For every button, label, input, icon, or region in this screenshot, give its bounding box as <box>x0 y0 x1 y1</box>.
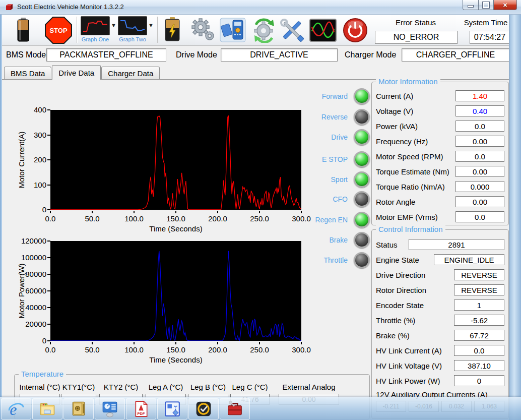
indicator-label: Drive <box>331 133 348 141</box>
taskbar-item-system-monitor[interactable] <box>95 398 125 419</box>
field-label: Motor Speed (RPM) <box>376 152 443 161</box>
cfo-led <box>354 191 370 207</box>
brake-led <box>354 232 370 248</box>
y-tick-mark <box>47 307 50 308</box>
motor-info-row-frequency-hz: Frequency (Hz)0.00 <box>376 134 504 149</box>
x-tick-label: 50.0 <box>76 214 108 223</box>
x-tick-mark <box>92 342 93 344</box>
voltage-v-value: 0.40 <box>455 105 504 116</box>
control-info-row-rotor-direction: Rotor DirectionREVERSE <box>376 282 504 297</box>
graph-two-dropdown-icon[interactable]: ▼ <box>148 22 154 28</box>
graph-one-label: Graph One <box>81 36 110 42</box>
x-tick-label: 300.0 <box>285 345 317 354</box>
power-button[interactable] <box>343 18 368 43</box>
close-button[interactable]: × <box>494 0 517 10</box>
brake-value: 67.72 <box>454 330 504 341</box>
taskbar-item-pdf-reader[interactable]: PDF <box>126 398 156 419</box>
multimeter-icon[interactable] <box>220 18 246 43</box>
regen-en-led <box>354 212 370 228</box>
motor-info-row-torque-estimate-nm: Torque Estimate (Nm)0.00 <box>376 164 504 179</box>
stop-button[interactable]: STOP <box>44 16 73 44</box>
y-tick-mark <box>47 324 50 325</box>
graph-two-button[interactable]: ▼ Graph Two <box>118 16 156 44</box>
svg-text:PDF: PDF <box>138 411 145 416</box>
refresh-gear-icon[interactable] <box>251 18 277 43</box>
motor-current-chart <box>50 110 301 210</box>
taskbar-item-internet-explorer[interactable]: e <box>1 398 31 419</box>
field-label: HV Link Current (A) <box>376 346 442 355</box>
app-cube-icon <box>5 3 13 11</box>
error-status-field: NO_ERROR <box>375 31 458 44</box>
taskbar-item-file-manager[interactable] <box>32 398 62 419</box>
field-label: Drive Direction <box>376 271 425 279</box>
titlebar[interactable]: Scott Electric Vehicle Monitor 1.3.2.2 <box>0 0 521 15</box>
toolbar: STOP ▼ Graph One ▼ Graph Two <box>2 14 509 46</box>
oscilloscope-icon[interactable] <box>309 19 337 42</box>
graph-one-button[interactable]: ▼ Graph One <box>81 16 119 44</box>
x-tick-mark <box>134 211 135 213</box>
field-label: Motor EMF (Vrms) <box>376 213 438 221</box>
x-tick-mark <box>217 211 218 213</box>
taskbar: ePDF <box>0 397 521 420</box>
charger-mode-label: Charger Mode <box>345 45 396 65</box>
window-title: Scott Electric Vehicle Monitor 1.3.2.2 <box>17 0 124 14</box>
indicator-sport: Sport <box>301 172 370 187</box>
x-tick-mark <box>301 211 302 213</box>
motor-info-row-motor-emf-vrms: Motor EMF (Vrms)0.0 <box>376 209 504 224</box>
y-tick-label: 0 <box>2 336 46 345</box>
encoder-state-value: 1 <box>454 299 504 311</box>
x-tick-mark <box>92 211 93 213</box>
battery-charging-icon[interactable] <box>163 17 181 41</box>
tab-drive-data[interactable]: Drive Data <box>52 65 101 80</box>
field-label: Power (kVA) <box>376 122 418 131</box>
field-label: Throttle (%) <box>376 316 415 325</box>
y-tick-mark <box>47 241 50 242</box>
frequency-hz-value: 0.00 <box>455 136 504 147</box>
pdf-reader-icon: PDF <box>133 400 150 417</box>
y-tick-label: 100000 <box>2 253 46 262</box>
temp-label-leg-b-c: Leg B (°C) <box>190 383 226 391</box>
engine-state-value: ENGINE_IDLE <box>434 254 504 265</box>
svg-text:STOP: STOP <box>49 27 67 34</box>
graph-one-dropdown-icon[interactable]: ▼ <box>111 22 116 28</box>
sport-led <box>354 171 370 188</box>
gears-icon[interactable] <box>189 18 216 41</box>
x-tick-mark <box>175 211 176 213</box>
control-info-row-hv-link-current-a: HV Link Current (A)0.0 <box>376 343 504 358</box>
x-tick-label: 0.0 <box>34 214 67 223</box>
maximize-button[interactable] <box>479 0 494 10</box>
indicator-brake: Brake <box>301 232 370 248</box>
x-tick-mark <box>259 342 260 344</box>
control-info-row-hv-link-power-w: HV Link Power (W)0 <box>376 373 504 388</box>
minimize-button[interactable] <box>463 0 479 10</box>
field-label: Voltage (V) <box>376 107 413 115</box>
field-label: Torque Ratio (Nm/A) <box>376 183 445 191</box>
taskbar-item-toolbox[interactable] <box>220 398 250 419</box>
tab-strip: BMS DataDrive DataCharger Data <box>2 65 509 79</box>
indicator-label: Regen EN <box>315 216 348 224</box>
drive-mode-field: DRIVE_ACTIVE <box>221 48 338 62</box>
field-label: Frequency (Hz) <box>376 137 428 146</box>
field-label: Engine State <box>376 256 419 264</box>
field-label: Status <box>376 241 398 249</box>
bms-mode-field: PACKMASTER_OFFLINE <box>46 48 166 62</box>
motor-speed-rpm-value: 0.0 <box>455 151 504 162</box>
indicator-label: Throttle <box>324 256 348 264</box>
field-label: Torque Estimate (Nm) <box>376 167 449 176</box>
taskbar-item-safe[interactable] <box>63 398 94 419</box>
status-value: 2891 <box>409 239 504 250</box>
indicator-label: Forward <box>322 92 348 100</box>
taskbar-item-norton-antivirus[interactable] <box>188 398 219 419</box>
y-tick-label: 80000 <box>2 270 46 278</box>
field-label: HV Link Power (W) <box>376 377 440 385</box>
taskbar-item-flowchart-tool[interactable] <box>157 398 187 419</box>
battery-icon[interactable] <box>16 18 30 42</box>
x-tick-label: 100.0 <box>118 214 150 223</box>
y-tick-label: 400 <box>2 105 46 114</box>
tab-bms-data[interactable]: BMS Data <box>4 67 51 79</box>
indicator-label: Brake <box>329 236 348 244</box>
temp-label-internal-c: Internal (°C) <box>19 383 60 391</box>
bms-mode-label: BMS Mode <box>6 45 46 65</box>
tab-charger-data[interactable]: Charger Data <box>101 67 160 79</box>
tools-icon[interactable] <box>280 18 305 42</box>
